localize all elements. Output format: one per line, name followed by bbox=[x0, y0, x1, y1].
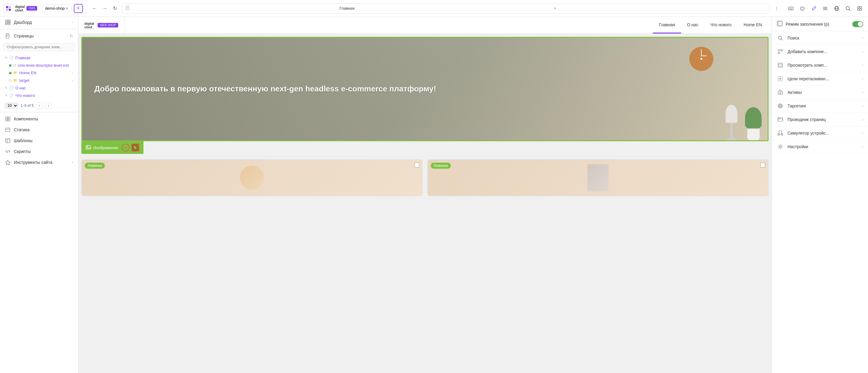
panel-item-view-component[interactable]: Просмотреть комп... › bbox=[772, 59, 868, 72]
svg-rect-30 bbox=[5, 24, 10, 25]
more-options-button[interactable]: ⋮ bbox=[772, 4, 781, 13]
chevron-right-icon: › bbox=[72, 160, 73, 165]
sidebar-item-dashboard[interactable]: Дашборд › bbox=[0, 17, 78, 28]
close-button[interactable]: ✕ bbox=[122, 144, 130, 151]
product-checkbox[interactable] bbox=[414, 163, 419, 168]
next-page-button[interactable]: › bbox=[45, 102, 52, 109]
sidebar-item-pages[interactable]: Страницы ↻ bbox=[0, 30, 78, 41]
edit-icon[interactable] bbox=[809, 4, 818, 13]
hero-section: Добро пожаловать в первую отечественную … bbox=[82, 37, 769, 141]
svg-rect-58 bbox=[778, 91, 782, 94]
refresh-icon[interactable]: ↻ bbox=[70, 33, 73, 38]
svg-rect-74 bbox=[781, 134, 783, 136]
sidebar-item-site-tools[interactable]: Инструменты сайта › bbox=[0, 157, 78, 168]
product-card-1[interactable]: Новинка bbox=[82, 159, 423, 196]
webshop-badge: WEB SHOP bbox=[98, 23, 118, 27]
per-page-select[interactable]: 10 25 50 bbox=[5, 103, 18, 109]
edit-button[interactable]: ✎ bbox=[131, 144, 139, 151]
svg-rect-41 bbox=[6, 139, 10, 143]
panel-item-targeting[interactable]: Таргетинг › bbox=[772, 99, 868, 113]
right-panel-header: Режим заполнения (р) bbox=[772, 17, 868, 31]
edit-page-icon: ✎ bbox=[5, 93, 7, 97]
product-image-2 bbox=[428, 160, 768, 196]
xml-file-icon: ⊡ bbox=[13, 63, 16, 67]
products-row: Новинка Новинка bbox=[82, 159, 769, 196]
svg-rect-38 bbox=[8, 119, 10, 121]
chevron-right-icon: › bbox=[862, 77, 863, 81]
svg-rect-27 bbox=[8, 20, 10, 21]
static-icon bbox=[5, 127, 11, 133]
power-icon[interactable] bbox=[798, 4, 807, 13]
nav-link-glavnaya[interactable]: Главная bbox=[653, 17, 681, 33]
tree-item-glavnaya[interactable]: ✎ 📄 Главная bbox=[0, 54, 78, 62]
svg-line-50 bbox=[781, 39, 782, 40]
logo-area: digital chief_ CMS bbox=[4, 4, 37, 13]
chevron-down-icon: ▾ bbox=[66, 6, 68, 10]
panel-item-page-explorer[interactable]: Проводник страниц › bbox=[772, 113, 868, 126]
shop-selector[interactable]: demo-shop ▾ bbox=[42, 4, 71, 12]
product-checkbox[interactable] bbox=[761, 163, 765, 168]
hero-image-container[interactable]: Добро пожаловать в первую отечественную … bbox=[82, 37, 769, 141]
hero-image: Добро пожаловать в первую отечественную … bbox=[82, 38, 768, 140]
menu-icon[interactable] bbox=[820, 4, 830, 13]
url-bar[interactable]: Главная ▾ bbox=[122, 3, 770, 13]
tree-item-o-nas[interactable]: ✎ 📄 О нас bbox=[0, 84, 78, 92]
targeting-icon bbox=[777, 102, 784, 110]
clock-decoration bbox=[689, 47, 713, 71]
grid-icon[interactable] bbox=[855, 4, 864, 13]
svg-rect-35 bbox=[6, 117, 7, 119]
templates-icon bbox=[5, 138, 11, 144]
forward-button[interactable]: → bbox=[100, 4, 110, 13]
tree-item-chto-novogo[interactable]: ✎ 📄 Что нового bbox=[0, 92, 78, 99]
preview-content[interactable]: Добро пожаловать в первую отечественную … bbox=[79, 34, 772, 373]
back-button[interactable]: ← bbox=[90, 4, 99, 13]
panel-item-drag-targets[interactable]: Цели перетаскиван... › bbox=[772, 72, 868, 86]
refresh-button[interactable]: ↻ bbox=[111, 4, 120, 13]
tree-item-cms-level[interactable]: ⊡ cms-level-descriptor.level.xml bbox=[0, 62, 78, 69]
svg-rect-26 bbox=[5, 20, 7, 22]
edit-page-icon: ✎ bbox=[5, 56, 7, 60]
svg-rect-8 bbox=[788, 7, 793, 10]
chevron-right-icon: › bbox=[72, 20, 73, 24]
product-card-2[interactable]: Новинка bbox=[427, 159, 769, 196]
panel-item-settings[interactable]: Настройки › bbox=[772, 140, 868, 153]
hero-decoration bbox=[425, 38, 768, 140]
tree-item-target[interactable]: 📁 target › bbox=[0, 77, 78, 84]
nav-link-chto-novogo[interactable]: Что нового bbox=[704, 17, 738, 33]
panel-item-device-simulator[interactable]: Симулятор устройс... › bbox=[772, 126, 868, 140]
sidebar-item-scripts[interactable]: Скрипты bbox=[0, 146, 78, 157]
fill-mode-toggle[interactable] bbox=[852, 21, 863, 27]
hero-text-block: Добро пожаловать в первую отечественную … bbox=[82, 71, 448, 106]
nav-link-home-en[interactable]: Home EN bbox=[738, 17, 768, 33]
svg-rect-53 bbox=[781, 50, 782, 51]
search-icon[interactable] bbox=[843, 4, 853, 13]
image-action-buttons: ✕ ✎ bbox=[122, 144, 139, 151]
search-filter-area bbox=[0, 41, 78, 53]
panel-item-search[interactable]: Поиск › bbox=[772, 31, 868, 45]
pagination-range: 1–5 of 5 bbox=[21, 104, 33, 108]
product-image-1 bbox=[82, 160, 422, 196]
svg-point-69 bbox=[778, 118, 779, 119]
svg-rect-3 bbox=[9, 9, 11, 11]
pages-icon bbox=[5, 33, 11, 39]
sidebar-item-templates[interactable]: Шаблоны bbox=[0, 135, 78, 146]
sidebar-item-static[interactable]: Статика bbox=[0, 124, 78, 135]
keyboard-icon[interactable] bbox=[786, 4, 796, 13]
svg-point-70 bbox=[779, 118, 780, 119]
panel-item-assets[interactable]: Активы › bbox=[772, 86, 868, 99]
add-page-button[interactable]: + bbox=[74, 4, 83, 13]
site-tools-icon bbox=[5, 159, 11, 165]
add-component-icon bbox=[777, 48, 784, 55]
tree-item-home-en[interactable]: 📁 Home EN › bbox=[0, 69, 78, 77]
svg-rect-23 bbox=[860, 6, 862, 8]
globe-icon[interactable] bbox=[832, 4, 841, 13]
divider bbox=[0, 29, 78, 29]
svg-point-59 bbox=[780, 92, 781, 93]
lamp-decoration bbox=[725, 105, 738, 140]
sidebar-item-components[interactable]: Компоненты bbox=[0, 113, 78, 124]
filter-input[interactable] bbox=[4, 43, 74, 51]
nav-link-o-nas[interactable]: О нас bbox=[681, 17, 704, 33]
svg-rect-54 bbox=[781, 52, 782, 54]
prev-page-button[interactable]: ‹ bbox=[36, 102, 42, 109]
panel-item-add-component[interactable]: Добавить компоне... › bbox=[772, 45, 868, 59]
